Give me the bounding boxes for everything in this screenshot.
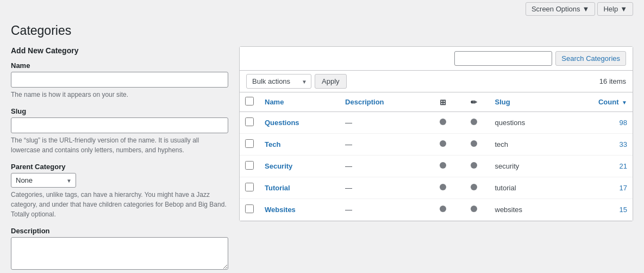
col-header-name[interactable]: Name <box>259 92 340 112</box>
row-checkbox[interactable] <box>245 183 254 191</box>
row-dot1-icon <box>440 206 446 212</box>
col-header-description[interactable]: Description <box>340 92 428 112</box>
name-field-group: Name The name is how it appears on your … <box>11 61 228 100</box>
name-input[interactable] <box>11 72 228 88</box>
row-slug-cell: security <box>490 156 562 177</box>
row-name-link[interactable]: Websites <box>265 206 296 214</box>
select-all-checkbox[interactable] <box>245 97 254 106</box>
parent-label: Parent Category <box>11 163 228 171</box>
row-dot2-icon <box>471 162 477 169</box>
form-section-title: Add New Category <box>11 46 228 55</box>
row-dot1-icon <box>440 119 446 125</box>
row-dot1-cell <box>428 156 459 177</box>
row-checkbox-cell <box>240 177 259 199</box>
bulk-row: Bulk actions ▼ Apply 16 items <box>240 70 633 92</box>
help-arrow-icon: ▼ <box>620 5 627 13</box>
row-slug-cell: tech <box>490 134 562 156</box>
row-slug-cell: tutorial <box>490 177 562 199</box>
row-count-cell: 15 <box>562 199 633 221</box>
col-header-checkbox <box>240 92 259 112</box>
slug-field-group: Slug The “slug” is the URL-friendly vers… <box>11 107 228 155</box>
name-hint: The name is how it appears on your site. <box>11 90 228 100</box>
right-panel: Search Categories Bulk actions ▼ Appl <box>239 46 633 221</box>
row-dot1-cell <box>428 134 459 156</box>
col-header-slug[interactable]: Slug <box>490 92 562 112</box>
bulk-actions-select[interactable]: Bulk actions <box>246 74 311 89</box>
name-label: Name <box>11 61 228 70</box>
row-name-link[interactable]: Questions <box>265 119 299 127</box>
row-description-cell: — <box>340 177 428 199</box>
main-content: Categories Add New Category Name The nam… <box>0 18 644 273</box>
row-checkbox[interactable] <box>245 117 254 126</box>
table-row: Tutorial — tutorial 17 <box>240 177 633 199</box>
description-textarea[interactable] <box>11 237 228 270</box>
table-row: Tech — tech 33 <box>240 134 633 156</box>
table-header-row: Name Description ⊞ ✏ <box>240 92 633 112</box>
items-count: 16 items <box>599 77 626 85</box>
col-header-count[interactable]: Count ▼ <box>562 92 633 112</box>
row-dot2-icon <box>471 119 477 125</box>
description-label: Description <box>11 227 228 235</box>
screen-options-arrow-icon: ▼ <box>583 5 590 13</box>
row-dot1-icon <box>440 162 446 169</box>
row-checkbox[interactable] <box>245 204 254 213</box>
row-description-cell: — <box>340 134 428 156</box>
row-dot2-cell <box>459 112 490 134</box>
row-dot1-cell <box>428 112 459 134</box>
apply-label: Apply <box>322 77 340 85</box>
parent-category-select[interactable]: None <box>11 173 76 188</box>
bulk-left: Bulk actions ▼ Apply <box>246 74 347 89</box>
row-dot1-icon <box>440 184 446 190</box>
row-dot2-icon <box>471 184 477 190</box>
row-description-cell: — <box>340 199 428 221</box>
row-checkbox[interactable] <box>245 139 254 148</box>
row-dot2-icon <box>471 140 477 147</box>
grid-icon: ⊞ <box>440 98 446 107</box>
row-name-link[interactable]: Security <box>265 162 292 170</box>
description-field-group: Description <box>11 227 228 271</box>
row-checkbox[interactable] <box>245 161 254 170</box>
categories-table: Name Description ⊞ ✏ <box>240 92 633 221</box>
row-description-cell: — <box>340 112 428 134</box>
row-dot2-cell <box>459 177 490 199</box>
table-body: Questions — questions 98 Tech — <box>240 112 633 221</box>
row-checkbox-cell <box>240 134 259 156</box>
row-name-link[interactable]: Tutorial <box>265 184 290 192</box>
bulk-apply-button[interactable]: Apply <box>315 74 347 89</box>
slug-input[interactable] <box>11 117 228 133</box>
slug-label: Slug <box>11 107 228 115</box>
row-dot2-cell <box>459 156 490 177</box>
parent-category-group: Parent Category None ▼ Categories, unlik… <box>11 163 228 219</box>
parent-hint: Categories, unlike tags, can have a hier… <box>11 190 228 219</box>
left-panel: Add New Category Name The name is how it… <box>11 46 228 273</box>
slug-hint: The “slug” is the URL-friendly version o… <box>11 135 228 155</box>
row-name-link[interactable]: Tech <box>265 140 280 148</box>
row-dot1-icon <box>440 140 446 147</box>
row-slug-cell: websites <box>490 199 562 221</box>
top-bar: Screen Options ▼ Help ▼ <box>0 0 644 18</box>
row-dot2-cell <box>459 134 490 156</box>
row-name-cell: Websites <box>259 199 340 221</box>
row-dot2-icon <box>471 206 477 212</box>
bulk-select-wrapper: Bulk actions ▼ <box>246 74 311 89</box>
row-dot1-cell <box>428 177 459 199</box>
row-count-cell: 98 <box>562 112 633 134</box>
table-row: Security — security 21 <box>240 156 633 177</box>
help-button[interactable]: Help ▼ <box>597 2 633 16</box>
row-checkbox-cell <box>240 199 259 221</box>
page-wrapper: Screen Options ▼ Help ▼ Categories Add N… <box>0 0 644 273</box>
row-dot2-cell <box>459 199 490 221</box>
search-input[interactable] <box>454 51 552 66</box>
parent-select-wrapper: None ▼ <box>11 173 76 188</box>
screen-options-button[interactable]: Screen Options ▼ <box>526 2 595 16</box>
help-label: Help <box>603 5 618 13</box>
row-count-cell: 21 <box>562 156 633 177</box>
search-button-label: Search Categories <box>561 54 620 63</box>
row-slug-cell: questions <box>490 112 562 134</box>
col-header-grid-icon: ⊞ <box>428 92 459 112</box>
col-header-pen-icon: ✏ <box>459 92 490 112</box>
page-title: Categories <box>11 23 633 38</box>
search-categories-button[interactable]: Search Categories <box>555 51 626 66</box>
row-name-cell: Questions <box>259 112 340 134</box>
row-dot1-cell <box>428 199 459 221</box>
